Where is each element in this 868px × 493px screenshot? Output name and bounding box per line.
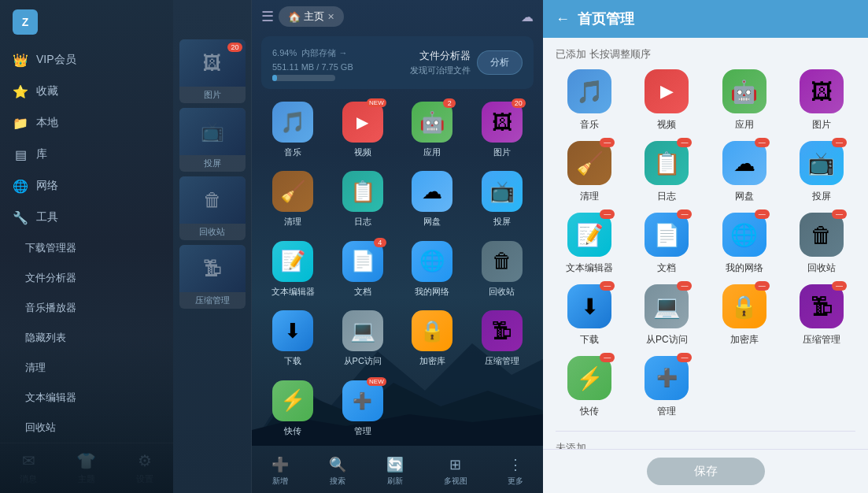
sidebar-item-library[interactable]: ▤ 库 [0, 139, 173, 170]
thumb-zip[interactable]: 🗜 压缩管理 [179, 245, 246, 309]
manage-label: 我的网络 [726, 261, 763, 275]
manage-quick[interactable]: ⚡ — 快传 [556, 356, 623, 418]
back-icon[interactable]: ← [556, 11, 570, 28]
sidebar-item-vip[interactable]: 👑 VIP会员 [0, 44, 173, 76]
left-header: Z [0, 0, 173, 41]
sidebar-item-music-player[interactable]: 音乐播放器 [0, 293, 173, 323]
layers-icon: ▤ [13, 146, 28, 162]
analyze-button[interactable]: 分析 [477, 50, 523, 75]
manage-photo[interactable]: 🖼 图片 [788, 69, 855, 132]
manage-pc[interactable]: 💻 — 从PC访问 [633, 284, 700, 347]
app-clean[interactable]: 🧹 清理 [263, 171, 323, 231]
manage-text[interactable]: 📝 — 文本编辑器 [556, 213, 623, 275]
app-quick[interactable]: ⚡ 快传 [263, 380, 323, 440]
app-app[interactable]: 🤖 2 应用 [402, 102, 463, 161]
manage-label: 快传 [580, 405, 599, 418]
manage-music[interactable]: 🎵 音乐 [556, 69, 623, 132]
app-cast[interactable]: 📺 投屏 [472, 171, 533, 231]
sidebar-item-download-manager[interactable]: 下载管理器 [0, 233, 173, 263]
manage-trash[interactable]: 🗑 — 回收站 [788, 213, 855, 275]
nav-messages[interactable]: ✉ 消息 [20, 451, 37, 485]
app-label: 图片 [493, 146, 511, 158]
sidebar-item-label: 库 [36, 147, 47, 161]
video-badge: NEW [367, 98, 386, 107]
app-text[interactable]: 📝 文本编辑器 [263, 241, 323, 301]
log-manage-icon: 📋 [645, 141, 689, 185]
app-photo[interactable]: 🖼 20 图片 [472, 102, 533, 161]
trash-icon: 🗑 [482, 241, 523, 282]
doc-manage-icon: 📄 [645, 213, 689, 257]
manage-zip[interactable]: 🗜 — 压缩管理 [788, 284, 855, 347]
main-tab[interactable]: 🏠 主页 ✕ [279, 6, 344, 27]
sidebar-item-hidden-list[interactable]: 隐藏列表 [0, 323, 173, 353]
sidebar-item-label: 网络 [36, 179, 58, 193]
tab-close-icon[interactable]: ✕ [327, 12, 334, 22]
hamburger-icon[interactable]: ☰ [261, 8, 274, 25]
save-button[interactable]: 保存 [647, 458, 765, 485]
app-pc[interactable]: 💻 从PC访问 [333, 310, 393, 370]
right-header: ← 首页管理 [543, 0, 868, 38]
nav-multiview[interactable]: ⊞ 多视图 [444, 456, 467, 487]
manage-label: 日志 [657, 190, 676, 203]
sidebar-item-tools[interactable]: 🔧 工具 [0, 202, 173, 233]
thumb-cast[interactable]: 📺 投屏 [179, 108, 246, 172]
sidebar-item-text-editor[interactable]: 文本编辑器 [0, 383, 173, 413]
zip-manage-icon: 🗜 [800, 284, 844, 328]
sidebar-item-favorites[interactable]: ⭐ 收藏 [0, 76, 173, 107]
sidebar-item-recycle[interactable]: 回收站 [0, 413, 173, 443]
main-panel: ☰ 🏠 主页 ✕ ☁ 6.94% 内部存储 → 551.11 MB / 7.75… [252, 0, 543, 493]
sidebar-item-clean[interactable]: 清理 [0, 353, 173, 383]
manage-app[interactable]: 🤖 应用 [711, 69, 778, 132]
cloud-icon[interactable]: ☁ [521, 9, 534, 24]
manage-cast[interactable]: 📺 — 投屏 [788, 141, 855, 203]
manage-network[interactable]: 🌐 — 我的网络 [711, 213, 778, 275]
nav-settings[interactable]: ⚙ 设置 [136, 451, 153, 485]
app-log[interactable]: 📋 日志 [333, 171, 393, 231]
manage-download[interactable]: ⬇ — 下载 [556, 284, 623, 347]
nav-add[interactable]: ➕ 新增 [271, 456, 289, 487]
sidebar-item-label: 音乐播放器 [25, 301, 76, 315]
thumb-photo[interactable]: 🖼 图片 20 [179, 39, 246, 103]
network-icon: 🌐 [13, 178, 28, 194]
network-remove-badge: — [755, 209, 770, 219]
manage-remove-badge: — [677, 353, 692, 362]
app-label: 加密库 [419, 355, 445, 367]
app-label: 清理 [284, 216, 301, 228]
manage-doc[interactable]: 📄 — 文档 [633, 213, 700, 275]
photo-thumb-label: 图片 [179, 87, 246, 103]
sidebar-item-file-analyzer[interactable]: 文件分析器 [0, 263, 173, 293]
manage-label: 管理 [657, 405, 676, 418]
app-network[interactable]: 🌐 我的网络 [402, 241, 463, 301]
manage-log[interactable]: 📋 — 日志 [633, 141, 700, 203]
manage-label: 投屏 [812, 190, 831, 203]
app-lock[interactable]: 🔒 加密库 [402, 310, 463, 370]
app-label: 管理 [354, 425, 371, 437]
nav-refresh[interactable]: 🔄 刷新 [386, 456, 404, 487]
nav-more[interactable]: ⋮ 更多 [508, 456, 523, 487]
manage-lock[interactable]: 🔒 — 加密库 [711, 284, 778, 347]
app-cloud[interactable]: ☁ 网盘 [402, 171, 463, 231]
sidebar-item-network[interactable]: 🌐 网络 [0, 170, 173, 202]
crown-icon: 👑 [13, 52, 28, 68]
photo-badge: 20 [512, 98, 526, 108]
app-zip[interactable]: 🗜 压缩管理 [472, 310, 533, 370]
nav-themes[interactable]: 👕 主题 [76, 451, 96, 485]
nav-search[interactable]: 🔍 搜索 [329, 456, 346, 487]
manage-cloud[interactable]: ☁ — 网盘 [711, 141, 778, 203]
manage-manage[interactable]: ➕ — 管理 [633, 356, 700, 418]
app-music[interactable]: 🎵 音乐 [263, 102, 323, 161]
log-remove-badge: — [677, 138, 692, 147]
sidebar-item-local[interactable]: 📁 本地 [0, 107, 173, 139]
app-manage[interactable]: ➕ NEW 管理 [333, 380, 393, 440]
manage-video[interactable]: ▶ 视频 [633, 69, 700, 132]
app-doc[interactable]: 📄 4 文档 [333, 241, 393, 301]
cast-remove-badge: — [832, 138, 847, 147]
thumb-recycle[interactable]: 🗑 回收站 [179, 176, 246, 240]
app-download[interactable]: ⬇ 下载 [263, 310, 323, 370]
app-video[interactable]: ▶ NEW 视频 [333, 102, 393, 161]
manage-clean[interactable]: 🧹 — 清理 [556, 141, 623, 203]
right-panel-title: 首页管理 [578, 9, 634, 28]
app-label: 文本编辑器 [271, 286, 315, 298]
main-bottom-nav: ➕ 新增 🔍 搜索 🔄 刷新 ⊞ 多视图 ⋮ 更多 [252, 450, 543, 493]
app-trash[interactable]: 🗑 回收站 [472, 241, 533, 301]
